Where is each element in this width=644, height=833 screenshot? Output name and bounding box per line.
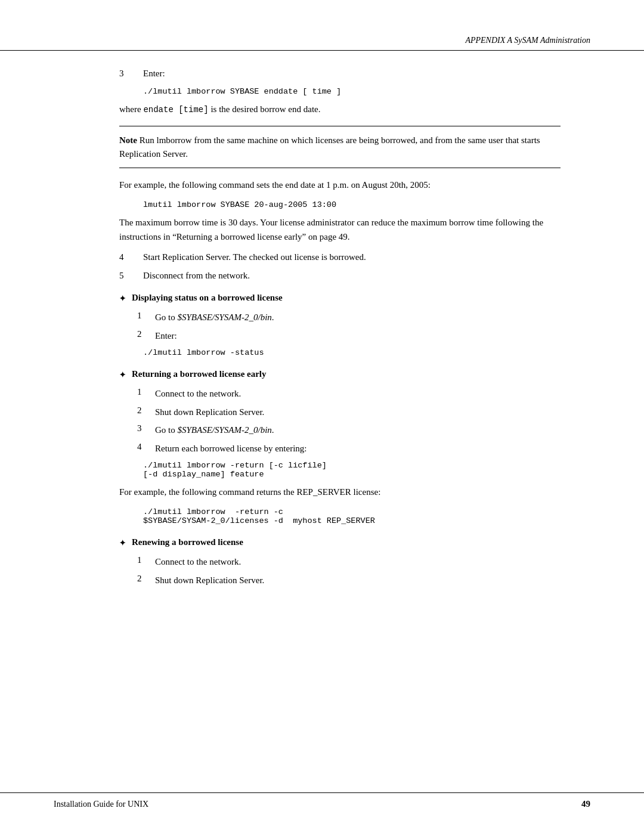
section-renew-heading: ✦ Renewing a borrowed license <box>119 537 561 548</box>
return-item-1-num: 1 <box>137 387 155 397</box>
code-block-5: ./lmutil lmborrow -return -c $SYBASE/SYS… <box>143 507 561 525</box>
return-item-1: 1 Connect to the network. <box>137 387 561 401</box>
step-4-num: 4 <box>119 252 143 262</box>
renew-item-1: 1 Connect to the network. <box>137 555 561 569</box>
page: APPENDIX A SySAM Administration 3 Enter:… <box>0 0 644 833</box>
diamond-icon-2: ✦ <box>119 370 126 380</box>
renew-item-1-num: 1 <box>137 555 155 565</box>
code-block-4: ./lmutil lmborrow -return [-c licfile] [… <box>143 461 561 479</box>
diamond-icon-3: ✦ <box>119 538 126 548</box>
footer-left: Installation Guide for UNIX <box>54 800 148 809</box>
example-para-1: For example, the following command sets … <box>119 178 561 192</box>
step-5-text: Disconnect from the network. <box>143 271 561 281</box>
renew-item-2: 2 Shut down Replication Server. <box>137 574 561 587</box>
return-item-4-num: 4 <box>137 442 155 452</box>
page-header: APPENDIX A SySAM Administration <box>0 36 644 51</box>
display-item-1-text: Go to $SYBASE/SYSAM-2_0/bin. <box>155 311 561 324</box>
page-footer: Installation Guide for UNIX 49 <box>0 792 644 809</box>
display-item-1-num: 1 <box>137 311 155 321</box>
step-5-num: 5 <box>119 271 143 281</box>
section-display-heading: ✦ Displaying status on a borrowed licens… <box>119 293 561 304</box>
step-4-text: Start Replication Server. The checked ou… <box>143 252 561 262</box>
where-code: endate [time] <box>143 105 208 114</box>
return-path-1: $SYBASE/SYSAM-2_0/bin <box>178 425 272 435</box>
note-box: Note Run lmborrow from the same machine … <box>119 126 561 168</box>
content-area: 3 Enter: ./lmutil lmborrow SYBASE enddat… <box>0 69 644 587</box>
where-text: where endate [time] is the desired borro… <box>119 102 561 116</box>
return-item-2-text: Shut down Replication Server. <box>155 405 561 419</box>
where-prefix: where <box>119 104 143 114</box>
return-item-2: 2 Shut down Replication Server. <box>137 405 561 419</box>
display-path-1: $SYBASE/SYSAM-2_0/bin <box>178 312 272 322</box>
section-return-list: 1 Connect to the network. 2 Shut down Re… <box>137 387 561 455</box>
return-item-1-text: Connect to the network. <box>155 387 561 401</box>
section-renew-title: Renewing a borrowed license <box>132 537 243 547</box>
footer-page-num: 49 <box>581 799 590 809</box>
header-title: APPENDIX A SySAM Administration <box>465 36 590 45</box>
return-item-2-num: 2 <box>137 405 155 416</box>
section-display-list: 1 Go to $SYBASE/SYSAM-2_0/bin. 2 Enter: <box>137 311 561 342</box>
section-return-title: Returning a borrowed license early <box>132 369 267 379</box>
step-3-label: Enter: <box>143 69 561 79</box>
step-5: 5 Disconnect from the network. <box>119 271 561 281</box>
diamond-icon-1: ✦ <box>119 294 126 304</box>
note-text: Note Run lmborrow from the same machine … <box>119 134 561 160</box>
step-3-num: 3 <box>119 69 143 79</box>
where-suffix: is the desired borrow end date. <box>209 104 321 114</box>
section-display-title: Displaying status on a borrowed license <box>132 293 283 303</box>
return-item-3-num: 3 <box>137 423 155 433</box>
return-item-4-text: Return each borrowed license by entering… <box>155 442 561 456</box>
section-return-heading: ✦ Returning a borrowed license early <box>119 369 561 380</box>
return-item-4: 4 Return each borrowed license by enteri… <box>137 442 561 456</box>
code-block-2: lmutil lmborrow SYBASE 20-aug-2005 13:00 <box>143 200 561 209</box>
code-block-3: ./lmutil lmborrow -status <box>143 348 561 357</box>
note-body: Run lmborrow from the same machine on wh… <box>119 135 540 159</box>
display-item-2-text: Enter: <box>155 329 561 343</box>
display-item-2-num: 2 <box>137 329 155 339</box>
return-item-3: 3 Go to $SYBASE/SYSAM-2_0/bin. <box>137 423 561 437</box>
step-4: 4 Start Replication Server. The checked … <box>119 252 561 262</box>
note-label: Note <box>119 135 137 145</box>
return-item-3-text: Go to $SYBASE/SYSAM-2_0/bin. <box>155 423 561 437</box>
step-3: 3 Enter: <box>119 69 561 79</box>
section-renew-list: 1 Connect to the network. 2 Shut down Re… <box>137 555 561 587</box>
max-borrow-para: The maximum borrow time is 30 days. Your… <box>119 215 561 244</box>
display-item-1: 1 Go to $SYBASE/SYSAM-2_0/bin. <box>137 311 561 324</box>
renew-item-2-text: Shut down Replication Server. <box>155 574 561 587</box>
code-block-1: ./lmutil lmborrow SYBASE enddate [ time … <box>143 87 561 96</box>
renew-item-1-text: Connect to the network. <box>155 555 561 569</box>
example-para-2: For example, the following command retur… <box>119 485 561 499</box>
renew-item-2-num: 2 <box>137 574 155 584</box>
display-item-2: 2 Enter: <box>137 329 561 343</box>
